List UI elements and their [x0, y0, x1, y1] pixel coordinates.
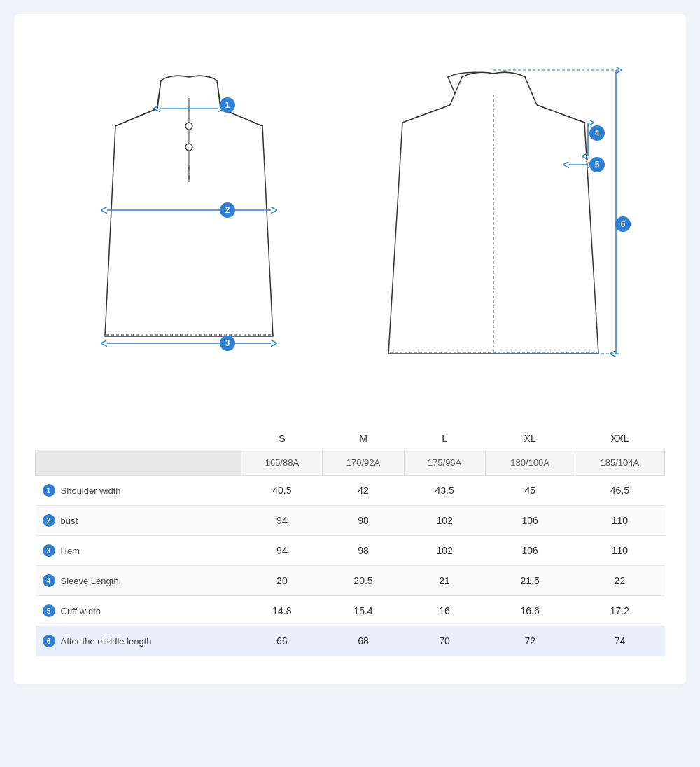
- measurement-value: 72: [485, 626, 575, 656]
- row-label: 4Sleeve Length: [43, 574, 234, 587]
- size-chart-table: S M L XL XXL 165/88A 170/92A 175/96A 180…: [35, 427, 665, 656]
- svg-point-6: [188, 167, 190, 170]
- size-chart-table-section: S M L XL XXL 165/88A 170/92A 175/96A 180…: [35, 427, 665, 656]
- measurement-value: 17.2: [575, 596, 664, 626]
- row-label-cell: 2bust: [36, 506, 241, 536]
- measurement-value: 14.8: [241, 596, 323, 626]
- l-col-header: L: [404, 427, 485, 450]
- table-row: 2bust9498102106110: [36, 506, 665, 536]
- measurement-value: 94: [241, 506, 323, 536]
- row-label: 5Cuff width: [43, 604, 234, 617]
- row-label-cell: 4Sleeve Length: [36, 566, 241, 596]
- table-row: 5Cuff width14.815.41616.617.2: [36, 596, 665, 626]
- svg-point-5: [186, 144, 192, 151]
- measurement-value: 94: [241, 536, 323, 566]
- measurement-value: 21: [404, 566, 485, 596]
- measurement-value: 16: [404, 596, 485, 626]
- measurement-value: 110: [575, 536, 664, 566]
- measurement-value: 102: [404, 506, 485, 536]
- row-label-cell: 6After the middle length: [36, 626, 241, 656]
- row-label: 6After the middle length: [43, 635, 234, 647]
- measurement-value: 43.5: [404, 476, 485, 506]
- column-header-row: S M L XL XXL: [36, 427, 665, 450]
- measurement-value: 102: [404, 536, 485, 566]
- measurement-value: 98: [323, 536, 404, 566]
- svg-text:5: 5: [595, 160, 600, 170]
- m-sub-header: 170/92A: [323, 450, 404, 476]
- measurement-value: 110: [575, 506, 664, 536]
- row-label-cell: 1Shoulder width: [36, 476, 241, 506]
- measurement-value: 45: [485, 476, 575, 506]
- xxl-col-header: XXL: [575, 427, 664, 450]
- row-badge-1: 1: [43, 484, 55, 497]
- measurement-value: 22: [575, 566, 664, 596]
- measurement-value: 20: [241, 566, 323, 596]
- measurement-value: 106: [485, 536, 575, 566]
- label-col-header: [36, 427, 241, 450]
- measurement-value: 40.5: [241, 476, 323, 506]
- measurement-value: 21.5: [485, 566, 575, 596]
- measurement-value: 42: [323, 476, 404, 506]
- s-sub-header: 165/88A: [241, 450, 323, 476]
- main-container: 1 2 3: [14, 14, 686, 684]
- svg-text:1: 1: [225, 100, 230, 110]
- xxl-sub-header: 185/104A: [575, 450, 664, 476]
- front-shirt-diagram: 1 2 3: [59, 42, 318, 371]
- measurement-name: Shoulder width: [61, 485, 121, 496]
- sub-header-row: 165/88A 170/92A 175/96A 180/100A 185/104…: [36, 450, 665, 476]
- row-badge-5: 5: [43, 604, 55, 617]
- row-badge-4: 4: [43, 574, 55, 587]
- svg-text:3: 3: [225, 338, 230, 348]
- table-row: 4Sleeve Length2020.52121.522: [36, 566, 665, 596]
- table-row: 1Shoulder width40.54243.54546.5: [36, 476, 665, 506]
- measurement-value: 16.6: [485, 596, 575, 626]
- measurement-value: 20.5: [323, 566, 404, 596]
- row-label: 1Shoulder width: [43, 484, 234, 497]
- sub-label-col: [36, 450, 241, 476]
- diagram-section: 1 2 3: [35, 28, 665, 406]
- measurement-name: Hem: [61, 546, 80, 556]
- measurement-name: Cuff width: [61, 606, 102, 616]
- measurement-value: 68: [323, 626, 404, 656]
- measurement-value: 46.5: [575, 476, 664, 506]
- measurement-value: 74: [575, 626, 664, 656]
- s-col-header: S: [241, 427, 323, 450]
- svg-text:4: 4: [595, 128, 600, 138]
- row-label-cell: 3Hem: [36, 536, 241, 566]
- row-badge-6: 6: [43, 635, 55, 647]
- svg-point-4: [186, 123, 192, 130]
- measurement-name: Sleeve Length: [61, 576, 119, 586]
- m-col-header: M: [323, 427, 404, 450]
- svg-text:2: 2: [225, 205, 230, 215]
- xl-col-header: XL: [485, 427, 575, 450]
- table-row: 6After the middle length6668707274: [36, 626, 665, 656]
- table-row: 3Hem9498102106110: [36, 536, 665, 566]
- measurement-value: 66: [241, 626, 323, 656]
- back-shirt-diagram: 4 5 6: [346, 42, 640, 385]
- row-badge-2: 2: [43, 514, 55, 527]
- row-label: 2bust: [43, 514, 234, 527]
- row-badge-3: 3: [43, 544, 55, 557]
- row-label-cell: 5Cuff width: [36, 596, 241, 626]
- measurement-value: 15.4: [323, 596, 404, 626]
- xl-sub-header: 180/100A: [485, 450, 575, 476]
- measurement-value: 106: [485, 506, 575, 536]
- measurement-value: 98: [323, 506, 404, 536]
- svg-text:6: 6: [621, 219, 626, 229]
- row-label: 3Hem: [43, 544, 234, 557]
- svg-point-7: [188, 176, 190, 179]
- measurement-name: After the middle length: [61, 636, 152, 647]
- l-sub-header: 175/96A: [404, 450, 485, 476]
- measurement-value: 70: [404, 626, 485, 656]
- measurement-name: bust: [61, 516, 78, 526]
